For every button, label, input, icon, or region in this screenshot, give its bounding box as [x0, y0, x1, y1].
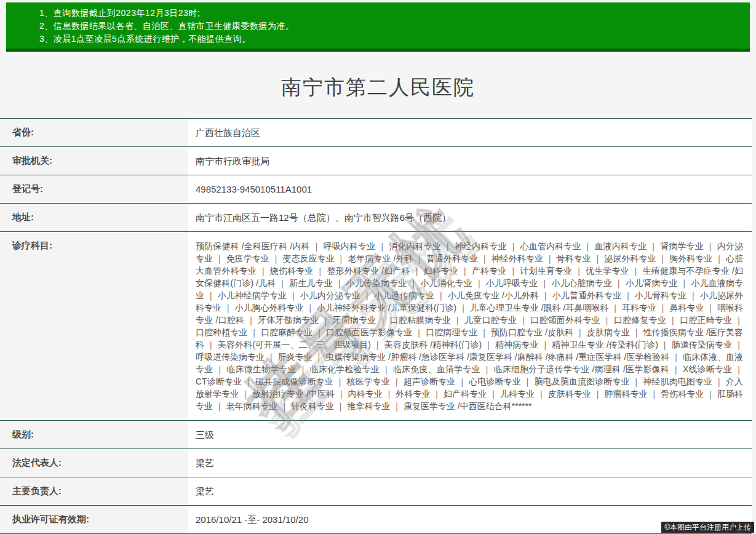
hospital-info-table: 省份: 广西壮族自治区 审批机关: 南宁市行政审批局 登记号: 49852133… [0, 118, 752, 534]
table-row-registration-number: 登记号: 49852133-945010511A1001 [0, 175, 752, 204]
row-label: 级别: [0, 421, 188, 448]
row-label: 主要负责人: [0, 477, 188, 505]
notice-line-3: 3、凌晨1点至凌晨5点系统进行维护，不能提供查询。 [39, 33, 744, 46]
row-value: 南宁市行政审批局 [188, 147, 752, 175]
row-value: 三级 [188, 421, 752, 448]
table-row-medical-subjects: 诊疗科目: 预防保健科 /全科医疗科 /内科 ｜ 呼吸内科专业 ｜ 消化内科专业… [0, 232, 752, 421]
row-label: 审批机关: [0, 147, 188, 175]
row-value: 广西壮族自治区 [188, 119, 752, 146]
row-value: 南宁市江南区五一路12号（总院）、南宁市智兴路6号（西院） [188, 204, 752, 231]
row-value: 梁艺 [188, 477, 752, 505]
row-label: 省份: [0, 119, 188, 146]
notice-line-2: 2、信息数据结果以各省、自治区、直辖市卫生健康委数据为准。 [39, 20, 744, 33]
notice-banner: 1、查询数据截止到2023年12月3日23时; 2、信息数据结果以各省、自治区、… [6, 2, 750, 52]
table-row-legal-representative: 法定代表人: 梁艺 [0, 449, 752, 477]
row-label: 法定代表人: [0, 449, 188, 477]
query-result-page: 1、查询数据截止到2023年12月3日23时; 2、信息数据结果以各省、自治区、… [0, 0, 756, 534]
table-row-level: 级别: 三级 [0, 421, 752, 449]
row-value: 预防保健科 /全科医疗科 /内科 ｜ 呼吸内科专业 ｜ 消化内科专业 ｜ 神经内… [188, 232, 752, 420]
row-label: 登记号: [0, 175, 188, 203]
image-credit-text: ©本图由平台注册用户上传 [664, 523, 751, 532]
row-label: 执业许可证有效期: [0, 506, 188, 533]
row-value: 49852133-945010511A1001 [188, 175, 752, 203]
page-title: 南宁市第二人民医院 [0, 74, 756, 102]
notice-line-1: 1、查询数据截止到2023年12月3日23时; [39, 7, 744, 20]
table-row-main-person-in-charge: 主要负责人: 梁艺 [0, 477, 752, 506]
image-credit-badge: ©本图由平台注册用户上传 [661, 522, 754, 533]
table-row-license-validity: 执业许可证有效期: 2016/10/21 -至- 2031/10/20 [0, 506, 752, 534]
header-section: 1、查询数据截止到2023年12月3日23时; 2、信息数据结果以各省、自治区、… [0, 2, 756, 118]
table-row-address: 地址: 南宁市江南区五一路12号（总院）、南宁市智兴路6号（西院） [0, 204, 752, 232]
row-label: 诊疗科目: [0, 232, 188, 420]
table-row-approval-authority: 审批机关: 南宁市行政审批局 [0, 147, 752, 175]
row-value: 梁艺 [188, 449, 752, 477]
table-row-province: 省份: 广西壮族自治区 [0, 119, 752, 147]
row-label: 地址: [0, 204, 188, 231]
